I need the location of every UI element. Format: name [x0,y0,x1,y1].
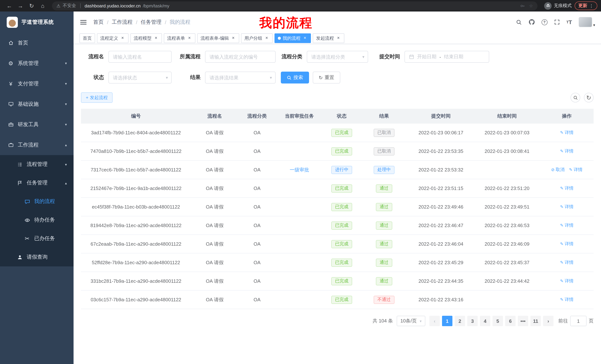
tab[interactable]: 发起流程× [313,33,344,43]
detail-action[interactable]: ✎详情 [569,167,582,173]
tab[interactable]: 用户分组× [241,33,273,43]
breadcrumb-item[interactable]: 工作流程 [112,19,133,25]
github-icon[interactable] [528,19,535,25]
reset-button[interactable]: ↻ 重置 [313,72,340,84]
page-button[interactable]: ••• [518,316,528,326]
search-icon[interactable] [516,19,522,25]
sidebar-item-leave-query[interactable]: 请假查询 [0,248,74,266]
process-def-input[interactable] [210,54,271,59]
detail-action[interactable]: ✎详情 [560,222,573,229]
category-select[interactable]: ▾ [307,51,368,63]
detail-action[interactable]: ✎详情 [560,185,573,192]
goto-page-input[interactable] [570,316,587,326]
url-host: dashboard.yudao.iocoder.cn [85,3,141,8]
status-tag: 已完成 [331,203,352,211]
sidebar-item-process-mgmt[interactable]: 流程管理 ▾ [0,155,74,174]
tab-close-icon[interactable]: × [231,36,236,41]
tab[interactable]: 流程定义× [97,33,129,43]
fullscreen-icon[interactable] [554,19,560,25]
tab[interactable]: 首页 [80,33,95,43]
help-icon[interactable]: ? [541,19,547,25]
tab[interactable]: 流程模型× [130,33,162,43]
sidebar-item-done-tasks[interactable]: ✂ 已办任务 [0,229,74,248]
sidebar-item-system[interactable]: ⚙ 系统管理 ▾ [0,53,74,74]
detail-action[interactable]: ✎详情 [560,297,573,303]
user-avatar[interactable]: ▾ [579,17,595,27]
submit-time-range-picker[interactable]: 开始日期 - 结束日期 [404,51,489,63]
page-button[interactable]: 11 [531,316,541,326]
category-select-input[interactable] [311,54,364,59]
chevron-down-icon: ▾ [65,61,67,65]
browser-reload-icon[interactable]: ↻ [28,2,36,10]
security-label[interactable]: 不安全 [63,3,76,9]
end-date-placeholder[interactable]: 结束日期 [444,53,463,60]
cell-category: OA [239,278,276,284]
page-button[interactable]: 4 [480,316,490,326]
edit-icon: ✎ [569,167,572,172]
page-button[interactable]: 6 [505,316,516,326]
sidebar-item-devtools[interactable]: 研发工具 ▾ [0,114,74,135]
refresh-table-icon[interactable]: ↻ [584,93,594,102]
tab[interactable]: 流程表单-编辑× [197,33,239,43]
breadcrumb-current: 我的流程 [170,19,190,25]
bookmark-star-icon[interactable]: ☆ [529,3,533,8]
cell-submit-time: 2022-01-22 23:53:35 [408,148,474,154]
page-button[interactable]: 1 [442,316,452,326]
toggle-search-icon[interactable] [571,93,580,102]
detail-action[interactable]: ✎详情 [560,130,573,136]
tab-close-icon[interactable]: × [187,36,192,41]
page-button[interactable]: 3 [467,316,478,326]
breadcrumb-item[interactable]: 首页 [93,19,104,25]
detail-action[interactable]: ✎详情 [560,278,573,284]
cell-result: 通过 [360,184,408,192]
tab[interactable]: 流程表单× [164,33,195,43]
browser-menu-icon[interactable]: ⋮ [589,3,594,8]
next-page-button[interactable]: › [543,316,553,326]
sidebar-item-todo-tasks[interactable]: 待办任务 [0,211,74,229]
browser-back-icon[interactable]: ← [5,2,13,10]
password-key-icon[interactable] [520,3,525,8]
page-button[interactable]: 5 [492,316,503,326]
edit-icon: ✎ [560,204,563,209]
sidebar-item-home[interactable]: 首页 [0,33,74,53]
breadcrumb-item[interactable]: 任务管理 [141,19,161,25]
status-select-input[interactable] [113,75,167,80]
browser-update-button[interactable]: 更新 ⋮ [575,1,597,10]
filter-label-status: 状态 [81,74,104,81]
detail-action[interactable]: ✎详情 [560,204,573,210]
process-name-input[interactable] [113,54,167,59]
status-select[interactable]: ▾ [109,72,172,84]
cell-process-name: OA 请假 [191,296,239,303]
sidebar-toggle-icon[interactable] [80,18,87,26]
page-button[interactable]: 2 [455,316,465,326]
result-select-input[interactable] [210,75,271,80]
sidebar-item-workflow[interactable]: 工作流程 ▴ [0,135,74,155]
sidebar-item-infra[interactable]: 基础设施 ▾ [0,94,74,114]
search-button[interactable]: 搜索 [281,72,309,84]
create-process-button[interactable]: + 发起流程 [81,92,112,103]
tab-close-icon[interactable]: × [120,36,125,41]
action-label: 详情 [565,204,573,210]
page-size-select[interactable]: 10条/页 ▾ [397,316,425,326]
result-select[interactable]: ▾ [205,72,276,84]
tab-close-icon[interactable]: × [336,36,341,41]
start-date-placeholder[interactable]: 开始日期 [417,53,436,60]
detail-action[interactable]: ✎详情 [560,241,573,247]
cell-id: 7317cec6-7b9b-11ec-b5b7-acde48001122 [81,167,191,172]
cell-current-task[interactable]: 一级审批 [276,166,323,173]
tab-close-icon[interactable]: × [153,36,159,41]
font-size-icon[interactable]: TT [566,19,572,25]
browser-home-icon[interactable]: ⌂ [39,2,47,10]
address-bar[interactable]: ⚠ 不安全 dashboard.yudao.iocoder.cn/bpm/tas… [52,1,538,10]
tab[interactable]: 我的流程× [274,33,311,43]
tab-close-icon[interactable]: × [264,36,269,41]
sidebar-item-payment[interactable]: ¥ 支付管理 ▾ [0,74,74,94]
sidebar-item-task-mgmt[interactable]: 任务管理 ▴ [0,174,74,192]
detail-action[interactable]: ✎详情 [560,259,573,266]
browser-forward-icon[interactable]: → [16,2,25,10]
tab-close-icon[interactable]: × [302,36,308,41]
detail-action[interactable]: ✎详情 [560,148,573,154]
sidebar-item-my-process[interactable]: 我的流程 [0,192,74,211]
prev-page-button[interactable]: ‹ [429,316,440,326]
cancel-action[interactable]: ⊘取消 [551,167,565,173]
